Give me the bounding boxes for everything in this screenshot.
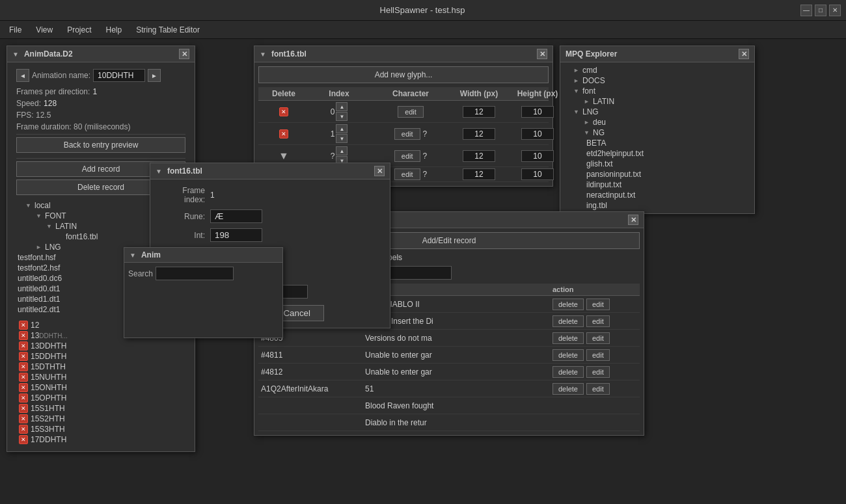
delete-item-button[interactable]: ✕ xyxy=(19,352,28,361)
key-cell: #4812 xyxy=(261,367,365,377)
string-row-4805: #4805 Versions do not ma delete edit xyxy=(258,330,640,347)
list-row-15dthth[interactable]: ✕ 15DTHTH xyxy=(16,362,185,372)
mpq-item-etd2[interactable]: etd2helpinput.txt xyxy=(584,148,752,159)
int-row: Int: xyxy=(159,228,381,242)
anim-sub-panel-header: ▼ Anim xyxy=(124,248,282,263)
mpq-tree-item-cmd[interactable]: ► cmd xyxy=(563,65,752,75)
mpq-tree-item-latin[interactable]: ► LATIN xyxy=(573,96,752,107)
list-row-15s3hth[interactable]: ✕ 15S3HTH xyxy=(16,424,185,434)
list-row-15s1hth[interactable]: ✕ 15S1HTH xyxy=(16,403,185,414)
prev-animation-button[interactable]: ◄ xyxy=(16,69,29,82)
delete-record-button[interactable]: delete xyxy=(553,298,584,310)
maximize-button[interactable]: □ xyxy=(815,5,826,16)
delete-item-button[interactable]: ✕ xyxy=(19,383,28,392)
menu-project[interactable]: Project xyxy=(61,23,98,37)
mpq-item-ild[interactable]: ildinput.txt xyxy=(584,179,752,190)
close-window-button[interactable]: ✕ xyxy=(829,5,841,16)
delete-item-button[interactable]: ✕ xyxy=(19,425,28,434)
mpq-item-ing[interactable]: ing.tbl xyxy=(584,200,752,211)
delete-record-button[interactable]: delete xyxy=(553,349,584,361)
action-cell: delete edit xyxy=(553,349,637,361)
mpq-tree-item-font[interactable]: ▼ font xyxy=(563,86,752,96)
list-row-17ddhth[interactable]: ✕ 17DDHTH xyxy=(16,434,185,445)
menu-string-table-editor[interactable]: String Table Editor xyxy=(130,23,206,37)
list-row-15nuhth[interactable]: ✕ 15NUHTH xyxy=(16,372,185,382)
menu-view[interactable]: View xyxy=(29,23,59,37)
int-input[interactable] xyxy=(210,228,262,242)
mpq-tree-item-deu[interactable]: ► deu xyxy=(573,117,752,127)
index-up-button[interactable]: ▲ xyxy=(336,124,348,133)
title-bar: HellSpawner - test.hsp — □ ✕ xyxy=(0,0,846,21)
next-animation-button[interactable]: ► xyxy=(148,69,161,82)
frame-duration-row: Frame duration: 80 (miliseconds) xyxy=(16,122,185,131)
anim-data-close-button[interactable]: ✕ xyxy=(179,49,189,59)
mpq-explorer-panel: MPQ Explorer ✕ ► cmd ► DOCS ▼ font ► xyxy=(560,46,755,214)
mpq-tree-item-ng[interactable]: ▼ NG xyxy=(573,127,752,138)
delete-item-button[interactable]: ✕ xyxy=(19,414,28,423)
edit-record-button[interactable]: edit xyxy=(586,298,610,310)
back-to-preview-button[interactable]: Back to entry preview xyxy=(16,137,185,153)
delete-glyph-button[interactable]: ✕ xyxy=(279,129,288,139)
font16-panel-title: font16.tbl xyxy=(271,49,307,59)
menu-help[interactable]: Help xyxy=(100,23,129,37)
edit-record-button[interactable]: edit xyxy=(586,315,610,327)
fps-label: FPS: 12.5 xyxy=(16,111,51,120)
index-down-button[interactable]: ▼ xyxy=(336,112,348,121)
list-row-15s2hth[interactable]: ✕ 15S2HTH xyxy=(16,414,185,424)
delete-item-button[interactable]: ✕ xyxy=(19,341,28,351)
delete-record-button[interactable]: delete xyxy=(553,383,584,395)
delete-record-button[interactable]: delete xyxy=(553,332,584,344)
delete-glyph-button[interactable]: ✕ xyxy=(279,107,288,116)
edit-record-button[interactable]: edit xyxy=(586,332,610,344)
font16-close-button[interactable]: ✕ xyxy=(537,49,547,59)
list-row-15onhth[interactable]: ✕ 15ONHTH xyxy=(16,382,185,393)
list-row-13ddhth-2[interactable]: ✕ 13DDHTH xyxy=(16,341,185,351)
edit-glyph-button[interactable]: edit xyxy=(394,150,420,162)
delete-record-button[interactable]: delete xyxy=(553,366,584,378)
font16-table-header: Delete Index Character Width (px) Height… xyxy=(258,87,549,101)
mpq-item-glish[interactable]: glish.txt xyxy=(584,159,752,169)
delete-item-button[interactable]: ✕ xyxy=(19,362,28,371)
string-row-4811: #4811 Unable to enter gar delete edit xyxy=(258,347,640,364)
list-row-15ophth[interactable]: ✕ 15OPHTH xyxy=(16,393,185,403)
mpq-item-neract[interactable]: neractinput.txt xyxy=(584,190,752,200)
anim-search-input[interactable] xyxy=(156,267,234,280)
delete-item-button[interactable]: ✕ xyxy=(19,393,28,403)
edit-glyph-button[interactable]: edit xyxy=(394,128,420,140)
font-edit-close-button[interactable]: ✕ xyxy=(374,166,385,176)
action-cell: delete edit xyxy=(553,332,637,344)
speed-value: 128 xyxy=(44,99,57,108)
mpq-panel-close-button[interactable]: ✕ xyxy=(739,49,749,59)
value-cell: Versions do not ma xyxy=(365,334,553,343)
edit-record-button[interactable]: edit xyxy=(586,366,610,378)
delete-item-button[interactable]: ✕ xyxy=(19,373,28,382)
index-up-button[interactable]: ▲ xyxy=(336,146,348,155)
string-panel-close-button[interactable]: ✕ xyxy=(628,215,638,225)
edit-record-button[interactable]: edit xyxy=(586,383,610,395)
delete-record-button[interactable]: delete xyxy=(553,315,584,327)
delete-item-button[interactable]: ✕ xyxy=(19,331,28,340)
edit-glyph-button[interactable]: edit xyxy=(394,168,420,180)
height-value: 10 xyxy=(521,150,554,162)
add-glyph-button[interactable]: Add new glyph... xyxy=(258,66,549,83)
edit-record-button[interactable]: edit xyxy=(586,349,610,361)
delete-item-button[interactable]: ✕ xyxy=(19,404,28,413)
index-value: ? xyxy=(331,152,335,161)
minimize-button[interactable]: — xyxy=(800,5,812,16)
height-value: 10 xyxy=(521,128,554,140)
mpq-tree-item-docs[interactable]: ► DOCS xyxy=(563,75,752,86)
edit-glyph-button[interactable]: edit xyxy=(398,106,424,118)
mpq-item-pansion[interactable]: pansioninput.txt xyxy=(584,169,752,179)
index-down-button[interactable]: ▼ xyxy=(336,134,348,143)
list-row-15ddhth[interactable]: ✕ 15DDHTH xyxy=(16,351,185,362)
menu-file[interactable]: File xyxy=(3,23,28,37)
mpq-tree-item-lng[interactable]: ▼ LNG xyxy=(563,107,752,117)
index-up-button[interactable]: ▲ xyxy=(336,102,348,111)
delete-item-button[interactable]: ✕ xyxy=(19,321,28,330)
action-cell: delete edit xyxy=(553,383,637,395)
action-cell: delete edit xyxy=(553,298,637,310)
rune-input[interactable] xyxy=(210,209,262,223)
search-label: Search xyxy=(128,269,153,278)
mpq-item-beta[interactable]: BETA xyxy=(584,138,752,148)
delete-item-button[interactable]: ✕ xyxy=(19,435,28,444)
